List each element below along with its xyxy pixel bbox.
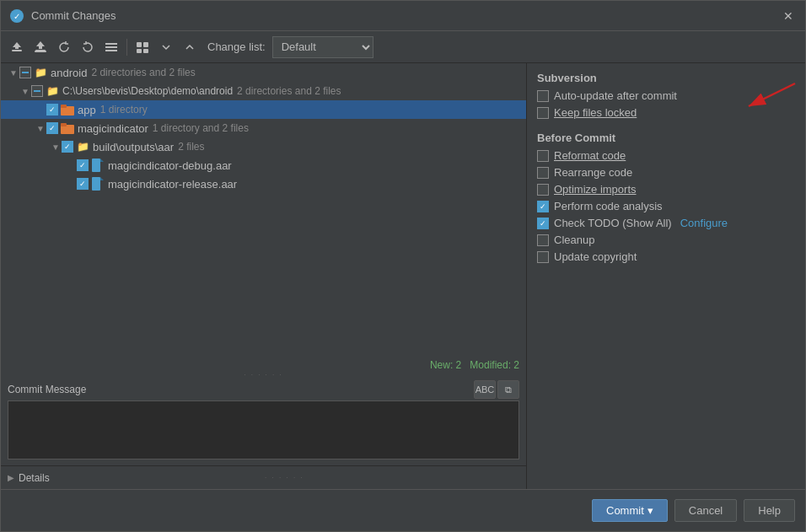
tree-item-android[interactable]: ▼ 📁 android 2 directories and 2 files	[1, 63, 526, 82]
svg-line-26	[749, 83, 795, 106]
label-auto-update: Auto-update after commit	[554, 89, 677, 102]
commit-message-area: Commit Message ABC ⧉	[1, 377, 526, 465]
tree-arrow-release-aar	[65, 178, 77, 190]
folder-icon-android: 📁	[34, 66, 47, 79]
folder-icon-magicindicator	[61, 121, 74, 135]
option-update-copyright: Update copyright	[537, 250, 795, 263]
tree-label-magicindicator: magicindicator	[78, 122, 148, 135]
tree-label-android: android	[51, 67, 87, 79]
close-button[interactable]: ✕	[780, 8, 797, 24]
red-arrow-svg	[736, 79, 803, 113]
modified-count: Modified: 2	[470, 359, 519, 371]
label-update-copyright: Update copyright	[554, 250, 637, 263]
tree-checkbox-app[interactable]: ✓	[46, 104, 58, 116]
checkbox-reformat-code[interactable]	[537, 150, 549, 162]
section-divider-1	[537, 123, 795, 132]
checkbox-perform-code-analysis[interactable]: ✓	[537, 201, 549, 212]
tree-meta-app: 1 directory	[100, 104, 148, 116]
svg-rect-10	[137, 42, 142, 47]
tree-label-debug-aar: magicindicator-debug.aar	[108, 159, 232, 172]
svg-marker-22	[100, 159, 104, 162]
label-reformat-code: Reformat code	[554, 149, 626, 162]
commit-msg-input[interactable]	[8, 400, 519, 459]
label-keep-files-locked: Keep files locked	[554, 106, 637, 119]
tree-item-magicindicator[interactable]: ▼ ✓ magicindicator 1 directory and 2 fil…	[1, 119, 526, 137]
svg-rect-9	[105, 50, 117, 51]
label-optimize-imports: Optimize imports	[554, 183, 637, 196]
checkbox-optimize-imports[interactable]	[537, 184, 549, 196]
tree-arrow-android: ▼	[8, 67, 19, 78]
help-button[interactable]: Help	[744, 499, 795, 522]
svg-rect-14	[22, 72, 29, 73]
left-panel: ▼ 📁 android 2 directories and 2 files ▼ …	[1, 63, 527, 489]
tree-arrow-debug-aar	[65, 159, 77, 171]
toolbar-btn-refresh[interactable]	[53, 36, 75, 58]
tree-item-debug-aar[interactable]: ✓ magicindicator-debug.aar	[1, 156, 526, 175]
tree-label-release-aar: magicindicator-release.aar	[108, 178, 237, 191]
commit-msg-tools: ABC ⧉	[474, 380, 519, 399]
tree-checkbox-build-outputs[interactable]: ✓	[62, 141, 73, 153]
option-optimize-imports: Optimize imports	[537, 183, 795, 196]
svg-rect-2	[12, 50, 22, 51]
tree-item-android-path[interactable]: ▼ 📁 C:\Users\bevis\Desktop\demo\android …	[1, 82, 526, 100]
tree-arrow-android-path: ▼	[19, 85, 31, 97]
checkbox-cleanup[interactable]	[537, 234, 549, 246]
tree-checkbox-android[interactable]	[19, 67, 31, 78]
toolbar-btn-upload2[interactable]	[30, 36, 51, 58]
option-rearrange-code: Rearrange code	[537, 166, 795, 179]
tree-checkbox-magicindicator[interactable]: ✓	[46, 122, 58, 134]
commit-msg-spellcheck[interactable]: ABC	[474, 380, 496, 399]
toolbar-btn-collapse[interactable]	[179, 36, 201, 58]
label-cleanup: Cleanup	[554, 234, 594, 246]
checkbox-rearrange-code[interactable]	[537, 167, 549, 179]
toolbar-btn-group[interactable]	[132, 36, 153, 58]
new-count: New: 2	[430, 359, 461, 371]
app-icon: ✓	[9, 8, 24, 24]
checkbox-check-todo[interactable]: ✓	[537, 218, 549, 229]
cancel-button[interactable]: Cancel	[674, 499, 737, 522]
toolbar: Change list: Default	[1, 31, 805, 63]
commit-msg-copy[interactable]: ⧉	[497, 380, 519, 399]
configure-link[interactable]: Configure	[680, 217, 728, 229]
tree-checkbox-debug-aar[interactable]: ✓	[77, 159, 89, 171]
tree-meta-build-outputs: 2 files	[178, 141, 204, 153]
toolbar-btn-undo[interactable]	[77, 36, 99, 58]
change-list-label: Change list:	[207, 40, 266, 53]
svg-rect-12	[137, 49, 142, 53]
details-arrow-icon: ▶	[8, 473, 14, 482]
tree-label-android-path: C:\Users\bevis\Desktop\demo\android	[62, 85, 233, 97]
svg-rect-13	[143, 49, 148, 53]
toolbar-btn-upload[interactable]	[6, 36, 28, 58]
folder-icon-app	[61, 103, 74, 116]
option-cleanup: Cleanup	[537, 234, 795, 246]
svg-rect-8	[105, 46, 117, 48]
tree-arrow-app	[35, 104, 46, 116]
tree-item-build-outputs[interactable]: ▼ ✓ 📁 build\outputs\aar 2 files	[1, 137, 526, 156]
svg-marker-5	[36, 41, 45, 49]
toolbar-btn-diff[interactable]	[100, 36, 122, 58]
window-title: Commit Changes	[31, 9, 780, 22]
tree-checkbox-android-path[interactable]	[31, 85, 43, 97]
svg-rect-11	[143, 42, 148, 47]
label-check-todo: Check TODO (Show All)	[554, 217, 672, 229]
change-list-select[interactable]: Default	[272, 36, 373, 58]
commit-button[interactable]: Commit ▾	[592, 499, 668, 522]
checkbox-auto-update[interactable]	[537, 90, 549, 102]
tree-checkbox-release-aar[interactable]: ✓	[77, 178, 89, 190]
toolbar-separator-1	[126, 39, 127, 56]
tree-meta-android-path: 2 directories and 2 files	[237, 85, 341, 97]
details-label: Details	[19, 472, 50, 484]
option-check-todo: ✓ Check TODO (Show All) Configure	[537, 217, 795, 229]
checkbox-update-copyright[interactable]	[537, 251, 549, 263]
svg-rect-15	[34, 90, 40, 92]
svg-rect-18	[61, 105, 67, 108]
label-perform-code-analysis: Perform code analysis	[554, 200, 663, 212]
commit-label: Commit	[606, 504, 644, 517]
toolbar-btn-expand[interactable]	[155, 36, 177, 58]
tree-item-release-aar[interactable]: ✓ magicindicator-release.aar	[1, 175, 526, 193]
checkbox-keep-files-locked[interactable]	[537, 107, 549, 119]
bottom-bar: Commit ▾ Cancel Help	[1, 489, 805, 531]
details-bar[interactable]: ▶ Details · · · · · ·	[1, 465, 526, 489]
before-commit-title: Before Commit	[537, 132, 795, 144]
tree-item-app[interactable]: ✓ app 1 directory	[1, 100, 526, 119]
